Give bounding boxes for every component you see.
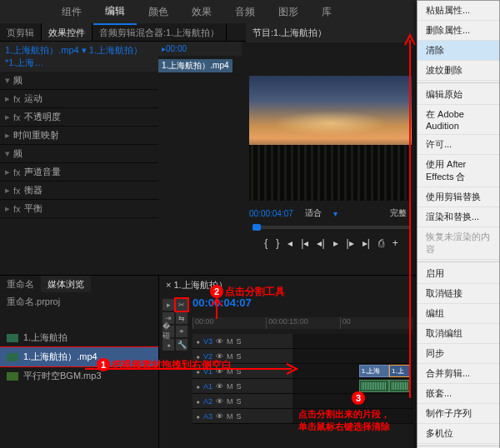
effect-prop-5[interactable]: ▸fx声道音量: [0, 163, 158, 182]
clip-A1-1[interactable]: [389, 380, 411, 392]
panel-tab-audiomixer[interactable]: 音频剪辑混合器:1.上海航拍）: [92, 23, 227, 41]
track-V1[interactable]: ⬥V1👁MS1.上海航拍）.mp4 [V]1.上海航: [192, 364, 413, 379]
track-A2[interactable]: ⬥A2👁MS: [192, 394, 413, 409]
bottom-panels: 重命名媒体浏览 重命名.prproj 1.上海航拍1.上海航拍）.mp4平行时空…: [0, 275, 417, 448]
menu-item-0[interactable]: 粘贴属性...: [418, 1, 499, 21]
tracks: ⬥V3👁MS⬥V2👁MS⬥V1👁MS1.上海航拍）.mp4 [V]1.上海航⬥A…: [192, 334, 413, 445]
track-V3[interactable]: ⬥V3👁MS: [192, 334, 413, 349]
menu-item-6[interactable]: 在 Adobe Audition: [418, 105, 499, 135]
workspace-tab-1[interactable]: 编辑: [93, 0, 137, 25]
playhead-time[interactable]: 00:00:04:07: [159, 295, 417, 311]
project-panel: 重命名媒体浏览 重命名.prproj 1.上海航拍1.上海航拍）.mp4平行时空…: [0, 276, 158, 448]
playback-controls: { } ◂ |◂ ◂| ▸ |▸ ▸| ⎙ +: [246, 232, 417, 254]
menu-item-8[interactable]: 使用 After Effects 合: [418, 155, 499, 187]
menu-item-20[interactable]: 制作子序列: [418, 404, 499, 424]
razor-tool-icon[interactable]: ✂: [176, 299, 188, 311]
selection-tool-icon[interactable]: ▸: [162, 299, 174, 311]
menu-item-14[interactable]: 取消链接: [418, 284, 499, 304]
context-menu: 粘贴属性...删除属性...清除波纹删除编辑原始在 Adobe Audition…: [417, 0, 500, 448]
menu-item-16[interactable]: 取消编组: [418, 324, 499, 344]
settings-icon[interactable]: +: [392, 237, 398, 249]
mini-clip-label[interactable]: 1.上海航拍）.mp4: [158, 59, 232, 72]
goto-out-icon[interactable]: ▸|: [362, 237, 370, 249]
effect-prop-3[interactable]: ▸时间重映射: [0, 127, 158, 145]
project-tab-0[interactable]: 重命名: [0, 276, 41, 292]
project-item-2[interactable]: 平行时空BGM.mp3: [0, 366, 158, 386]
play-icon[interactable]: ▸: [333, 237, 338, 249]
program-viewport[interactable]: [249, 76, 412, 201]
menu-item-3[interactable]: 波纹删除: [418, 61, 499, 81]
project-tab-1[interactable]: 媒体浏览: [41, 276, 91, 292]
menu-item-18[interactable]: 合并剪辑...: [418, 364, 499, 384]
zoom-fit[interactable]: 适合: [298, 207, 328, 219]
effect-prop-0[interactable]: ▾频: [0, 72, 158, 90]
project-tabs: 重命名媒体浏览: [0, 276, 158, 292]
workspace-tab-3[interactable]: 效果: [180, 0, 223, 24]
transport-bar: 00:00:04:07 适合 ▾ 完整: [246, 204, 417, 222]
step-back-icon[interactable]: ◂: [288, 237, 292, 249]
menu-item-17[interactable]: 同步: [418, 344, 499, 364]
project-item-0[interactable]: 1.上海航拍: [0, 328, 158, 347]
project-file: 重命名.prproj: [0, 292, 158, 311]
snap-icon[interactable]: �磁: [162, 326, 174, 337]
goto-in-icon[interactable]: |◂: [301, 237, 308, 249]
clip-V1-0[interactable]: 1.上海航拍）.mp4 [V]: [359, 365, 389, 377]
clip-A1-0[interactable]: [359, 380, 389, 392]
workspace-tab-4[interactable]: 音频: [223, 0, 267, 24]
menu-item-9[interactable]: 使用剪辑替换: [418, 187, 499, 207]
menu-item-1[interactable]: 删除属性...: [418, 21, 499, 41]
scrub-slider[interactable]: [252, 226, 410, 229]
program-monitor: 节目:1.上海航拍） 00:00:04:07 适合 ▾ 完整 { } ◂ |◂ …: [246, 23, 417, 254]
project-item-1[interactable]: 1.上海航拍）.mp4: [0, 347, 158, 366]
program-timecode[interactable]: 00:00:04:07: [249, 209, 293, 218]
menu-item-10[interactable]: 渲染和替换...: [418, 207, 499, 227]
next-frame-icon[interactable]: |▸: [347, 237, 354, 249]
chevron-down-icon[interactable]: ▾: [333, 209, 338, 218]
source-clip-name[interactable]: 1.上海航拍）.mp4 ▾ 1.上海航拍）*1.上海…: [0, 42, 158, 72]
panel-tab-source[interactable]: 页剪辑: [0, 23, 42, 41]
effect-prop-4[interactable]: ▾频: [0, 145, 158, 163]
workspace-tab-5[interactable]: 图形: [267, 0, 310, 24]
export-frame-icon[interactable]: ⎙: [378, 237, 384, 249]
effect-properties: ▾频▸fx运动▸fx不透明度▸时间重映射▾频▸fx声道音量▸fx衡器▸fx平衡: [0, 72, 158, 218]
effect-prop-7[interactable]: ▸fx平衡: [0, 200, 158, 218]
prev-frame-icon[interactable]: ◂|: [317, 237, 324, 249]
project-items: 1.上海航拍1.上海航拍）.mp4平行时空BGM.mp3: [0, 328, 158, 386]
time-ruler[interactable]: 00:0000:00:15:0000: [192, 317, 413, 329]
mark-in-icon[interactable]: {: [264, 237, 268, 249]
effect-prop-6[interactable]: ▸fx衡器: [0, 182, 158, 200]
menu-item-5[interactable]: 编辑原始: [418, 85, 499, 105]
effects-panel: 1.上海航拍）.mp4 ▾ 1.上海航拍）*1.上海… ▾频▸fx运动▸fx不透…: [0, 42, 158, 218]
track-A1[interactable]: ⬥A1👁MS: [192, 379, 413, 394]
workspace-tab-6[interactable]: 库: [310, 0, 343, 24]
menu-item-13[interactable]: 启用: [418, 264, 499, 284]
menu-item-21[interactable]: 多机位: [418, 424, 499, 444]
track-A3[interactable]: ⬥A3👁MS: [192, 409, 413, 424]
menu-item-7[interactable]: 许可...: [418, 135, 499, 155]
panel-tab-effects[interactable]: 效果控件: [42, 23, 92, 41]
timeline-tools: ▸ ✂ ⇥ ⇆ �磁 ⚭ ⬥ 🔧: [162, 299, 189, 351]
link-icon[interactable]: ⚭: [176, 326, 188, 337]
source-monitor-mini: ▸ 00:00 1.上海航拍）.mp4: [158, 42, 242, 72]
timeline-panel: × 1.上海航拍） 00:00:04:07 ▸ ✂ ⇥ ⇆ �磁 ⚭ ⬥ 🔧 0…: [158, 276, 417, 448]
menu-item-2[interactable]: 清除: [418, 41, 499, 61]
ripple-tool-icon[interactable]: ⇆: [176, 312, 188, 324]
workspace-tab-0[interactable]: 组件: [50, 0, 93, 24]
quality-full[interactable]: 完整: [383, 207, 413, 219]
program-tab[interactable]: 节目:1.上海航拍）: [246, 23, 417, 42]
menu-item-11[interactable]: 恢复未渲染的内容: [418, 227, 499, 260]
mark-out-icon[interactable]: }: [276, 237, 279, 249]
menu-item-19[interactable]: 嵌套...: [418, 384, 499, 404]
workspace-tab-2[interactable]: 颜色: [137, 0, 180, 24]
track-V2[interactable]: ⬥V2👁MS: [192, 349, 413, 364]
effect-prop-1[interactable]: ▸fx运动: [0, 90, 158, 108]
sequence-name[interactable]: × 1.上海航拍）: [159, 276, 417, 295]
wrench-icon[interactable]: 🔧: [176, 339, 188, 351]
effect-prop-2[interactable]: ▸fx不透明度: [0, 108, 158, 127]
menu-item-15[interactable]: 编组: [418, 304, 499, 324]
clip-V1-1[interactable]: 1.上海航: [389, 365, 411, 377]
mini-timecode: ▸ 00:00: [158, 42, 242, 56]
marker-icon[interactable]: ⬥: [162, 339, 174, 351]
